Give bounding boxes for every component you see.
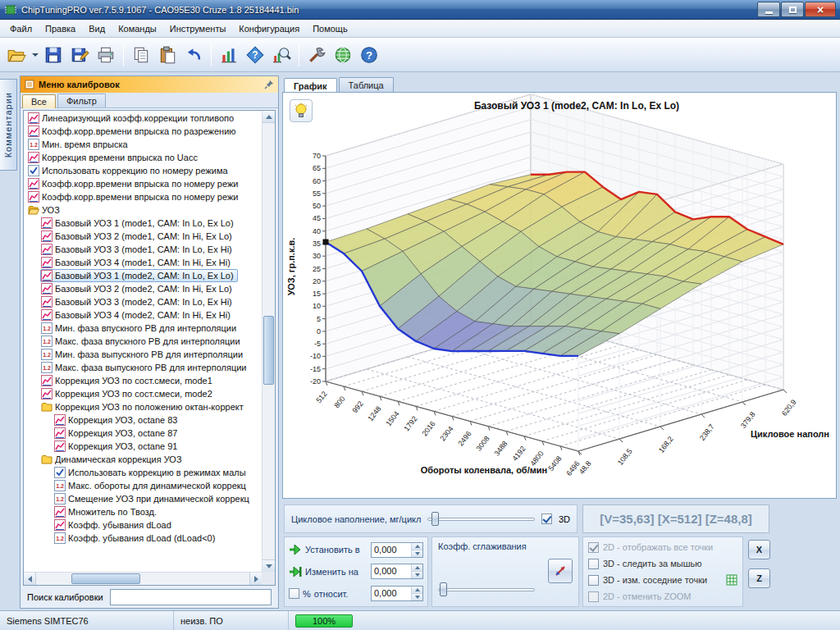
smoothing-slider-thumb[interactable] (440, 582, 447, 596)
x-axis-button[interactable]: X (748, 540, 770, 559)
option-checkbox[interactable] (588, 542, 599, 553)
tree-vertical-scrollbar[interactable] (262, 111, 275, 572)
tree-item[interactable]: Коррекция УОЗ по сост.смеси, mode1 (40, 374, 217, 387)
tree-item[interactable]: Коррекция УОЗ по сост.смеси, mode2 (40, 387, 217, 400)
tree-item[interactable]: Базовый УОЗ 2 (mode1, CAM: In Hi, Ex Lo) (40, 230, 236, 243)
maximize-button[interactable] (781, 2, 804, 17)
scroll-right-button[interactable] (249, 573, 262, 585)
tree-item[interactable]: Коррекция УОЗ, octane 83 (53, 413, 181, 427)
menu-item[interactable]: Конфигурация (232, 21, 306, 36)
tree-item[interactable]: Коррекция УОЗ, octane 87 (53, 427, 181, 440)
menu-item[interactable]: Инструменты (163, 21, 233, 36)
grid-icon[interactable] (726, 574, 737, 586)
tree-item[interactable]: Базовый УОЗ 4 (mode1, CAM: In Hi, Ex Hi) (40, 256, 235, 269)
tools-button[interactable] (304, 42, 329, 68)
menu-item[interactable]: Файл (3, 21, 39, 36)
close-button[interactable]: × (805, 2, 836, 17)
tree-item[interactable]: 1.2Мин. фаза впускного РВ для интерполяц… (40, 322, 240, 335)
svg-text:-10: -10 (310, 352, 321, 360)
svg-text:-15: -15 (310, 365, 321, 373)
calibration-search-input[interactable] (110, 589, 272, 605)
smoothing-slider[interactable] (438, 582, 535, 598)
tree-item[interactable]: Множитель по Твозд. (53, 505, 161, 518)
menu-item[interactable]: Помощь (306, 21, 354, 36)
tree-item[interactable]: 1.2Макс. фаза выпускного РВ для интерпол… (40, 361, 251, 374)
tree-item[interactable]: 1.2Макс. обороты для динамической коррек… (53, 479, 250, 492)
help-button[interactable]: ? (357, 42, 381, 68)
undo-button[interactable] (181, 42, 206, 68)
tree-item[interactable]: Базовый УОЗ 3 (mode2, CAM: In Lo, Ex Hi) (40, 295, 236, 308)
tree-item[interactable]: УОЗ (27, 203, 64, 217)
load-slider-thumb[interactable] (431, 512, 439, 526)
percent-checkbox[interactable] (289, 588, 299, 599)
tree-item[interactable]: Использовать коррекцию в режимах малы (53, 466, 250, 479)
info-button[interactable]: ? (243, 42, 267, 68)
tree-item[interactable]: Базовый УОЗ 1 (mode1, CAM: In Lo, Ex Lo) (40, 217, 238, 230)
option-checkbox[interactable] (588, 575, 599, 586)
tree-item[interactable]: Коррекция времени впрыска по Uacc (27, 151, 202, 164)
3d-checkbox[interactable] (541, 514, 552, 524)
tree-item[interactable]: Базовый УОЗ 1 (mode2, CAM: In Lo, Ex Lo) (40, 269, 238, 282)
menu-item[interactable]: Вид (82, 21, 112, 36)
spin-up-button[interactable] (412, 564, 422, 571)
surface-plot[interactable]: -20-15-10-505101520253035404550556065705… (283, 93, 836, 498)
spin-up-button[interactable] (412, 543, 422, 550)
paste-button[interactable] (155, 42, 180, 68)
tree-item[interactable]: Линеаризующий коэфф.коррекции топливопо (27, 112, 238, 125)
tree-item-label: Базовый УОЗ 4 (mode1, CAM: In Hi, Ex Hi) (55, 258, 231, 267)
spin-up-button[interactable] (412, 587, 422, 593)
tree-item[interactable]: 1.2Коэфф. убывания dLoad (dLoad<0) (53, 532, 219, 545)
option-checkbox[interactable] (588, 559, 599, 569)
set-to-spinner[interactable]: 0,000 (371, 542, 423, 558)
tree-item[interactable]: Коэфф. убывания dLoad (53, 518, 176, 532)
print-button[interactable] (94, 42, 118, 68)
vertical-scroll-thumb[interactable] (263, 316, 274, 385)
tree-item[interactable]: Коррекция УОЗ по положению октан-коррект (40, 400, 248, 413)
open-dropdown-caret[interactable] (30, 42, 39, 68)
zoom-chart-button[interactable] (269, 42, 294, 68)
tree-item[interactable]: Базовый УОЗ 4 (mode2, CAM: In Hi, Ex Hi) (40, 308, 235, 322)
comments-tab[interactable]: Комментарии (0, 79, 17, 171)
tree-horizontal-scrollbar[interactable] (24, 572, 262, 585)
view-tab-table[interactable]: Таблица (339, 77, 394, 92)
minimize-button[interactable] (757, 2, 780, 17)
copy-button[interactable] (129, 42, 153, 68)
calib-tab-filter[interactable]: Фильтр (57, 94, 106, 107)
spin-down-button[interactable] (412, 550, 422, 557)
scroll-down-button[interactable] (262, 559, 275, 572)
tree-item[interactable]: Коэфф.корр.времени впрыска по разрежению (27, 125, 240, 138)
tree-item[interactable]: Коэфф.корр.времени впрыска по номеру реж… (27, 190, 242, 203)
tree-item[interactable]: Базовый УОЗ 2 (mode2, CAM: In Hi, Ex Lo) (40, 282, 236, 295)
smoothing-apply-button[interactable] (548, 559, 573, 583)
load-slider[interactable] (427, 511, 535, 527)
tree-item[interactable]: 1.2Мин. фаза выпускного РВ для интерполя… (40, 348, 247, 361)
change-by-spinner[interactable]: 0,000 (371, 564, 423, 579)
menu-item[interactable]: Правка (39, 21, 82, 36)
open-button[interactable] (4, 42, 29, 68)
option-checkbox[interactable] (588, 591, 599, 602)
scroll-up-button[interactable] (262, 111, 275, 123)
menu-item[interactable]: Команды (112, 21, 163, 36)
pin-icon[interactable] (264, 80, 274, 89)
tree-item[interactable]: Динамическая коррекция УОЗ (40, 453, 186, 466)
z-axis-button[interactable]: Z (748, 568, 770, 588)
spin-down-button[interactable] (412, 571, 422, 578)
calib-tab-all[interactable]: Все (22, 94, 56, 108)
scroll-left-button[interactable] (24, 573, 36, 585)
tree-item[interactable]: Коэфф.корр.времени впрыска по номеру реж… (27, 177, 242, 190)
tree-item[interactable]: 1.2Смещение УОЗ при динамической коррекц (53, 492, 253, 505)
save-as-button[interactable] (67, 42, 92, 68)
horizontal-scroll-thumb[interactable] (71, 573, 140, 584)
tree-item[interactable]: Коррекция УОЗ, octane 91 (53, 440, 181, 453)
tree-item[interactable]: 1.2Макс. фаза впускного РВ для интерполя… (40, 335, 244, 348)
view-tab-graph[interactable]: График (284, 78, 337, 93)
tree-item[interactable]: 1.2Мин. время впрыска (27, 138, 132, 151)
relative-spinner[interactable]: 0,000 (371, 586, 423, 601)
tree-item[interactable]: Базовый УОЗ 3 (mode1, CAM: In Lo, Ex Hi) (40, 243, 236, 256)
globe-button[interactable] (331, 42, 355, 68)
spin-down-button[interactable] (412, 593, 422, 600)
chart-apply-button[interactable] (217, 42, 241, 68)
tree-item[interactable]: Использовать коррекцию по номеру режима (27, 164, 232, 177)
hint-bulb-button[interactable] (290, 99, 313, 122)
save-button[interactable] (41, 42, 66, 68)
